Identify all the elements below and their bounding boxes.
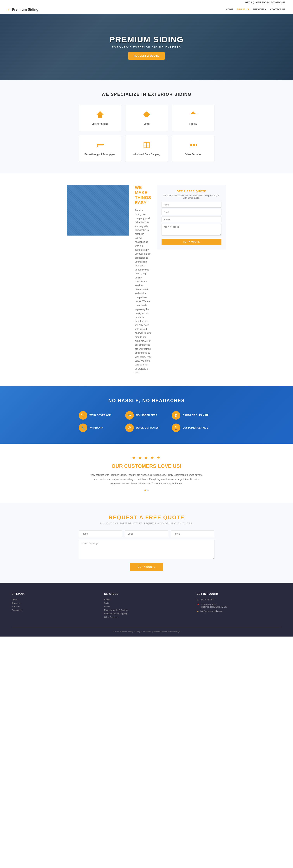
quote-section-subtitle: FILL OUT THE FORM BELOW TO REQUEST A NO … [8,522,285,525]
quote-main-message[interactable] [79,539,215,559]
fascia-icon [176,111,210,120]
service-card-fascia[interactable]: Fascia [172,105,215,131]
about-image-container [67,185,129,236]
svg-marker-8 [190,112,196,114]
footer-svc-siding[interactable]: Siding [104,598,189,601]
footer-svc-fascia[interactable]: Fascia [104,606,189,608]
benefits-section: NO HASSLE, NO HEADACHES 🛡 WSIB Coverage … [0,386,293,444]
quote-name-input[interactable] [161,202,221,208]
hero-section: PREMIUM SIDING TORONTO'S EXTERIOR SIDING… [0,14,293,80]
service-card-exterior-siding[interactable]: Exterior Siding [79,105,121,131]
footer-link-services[interactable]: Services [12,606,96,608]
quote-main-form: GET A QUOTE [79,530,215,571]
footer-phone[interactable]: 📞 647-676-1893 [197,598,281,601]
nav-contact[interactable]: CONTACT US [270,8,285,11]
benefit-wsib-label: WSIB Coverage [89,414,111,417]
footer-phone-number: 647-676-1893 [201,598,215,601]
nav-services[interactable]: SERVICES ▾ [253,8,266,11]
email-icon: ✉ [197,610,198,613]
benefit-estimates: ⏱ Quick Estimates [125,424,168,432]
specialize-title: WE SPECIALIZE IN EXTERIOR SIDING [8,92,285,97]
footer-address-text: 12 Harding BlvdRichmond Hill, ON L4C 6T3 [201,603,227,608]
service-label-other: Other Services [176,153,210,156]
quote-main-phone[interactable] [171,530,214,537]
quote-submit-button[interactable]: GET A QUOTE [161,239,221,245]
about-body: Premium Siding is a company you'll actua… [135,208,151,375]
service-label-fascia: Fascia [176,123,210,125]
hero-cta-button[interactable]: REQUEST A QUOTE [129,52,164,60]
logo-icon: ⌂ [8,7,10,12]
services-grid: Exterior Siding Soffit Fascia Eavesthrou… [79,105,215,162]
nav-home[interactable]: HOME [226,8,233,11]
benefit-wsib-icon: 🛡 [79,411,87,420]
top-bar: GET A QUOTE TODAY 647-676-1893 [0,0,293,5]
quote-message-input[interactable] [161,224,221,236]
quote-form-subtext: Fill out the form below and our friendly… [161,194,221,199]
nav-links: HOME ABOUT US SERVICES ▾ CONTACT US [226,8,285,11]
logo-text: Premium Siding [12,7,38,12]
service-label-exterior-siding: Exterior Siding [83,123,117,125]
benefit-customer-icon: 🏆 [172,424,180,432]
service-card-other[interactable]: Other Services [172,135,215,162]
about-wrapper: WE MAKE THINGS EASY Premium Siding is a … [59,174,234,386]
location-icon: 📍 [197,603,199,606]
benefit-customer-label: Customer Service [183,427,208,429]
quote-section-heading: REQUEST A FREE QUOTE [8,515,285,521]
quote-form-row [79,530,215,537]
quote-main-section: REQUEST A FREE QUOTE FILL OUT THE FORM B… [0,503,293,583]
hero-title: PREMIUM SIDING [109,35,184,44]
service-card-soffit[interactable]: Soffit [125,105,168,131]
service-label-eavestrough: Eavesthrough & Downpipes [83,153,117,156]
footer-contact: GET IN TOUCH! 📞 647-676-1893 📍 12 Hardin… [197,592,281,619]
svg-point-18 [196,144,197,146]
benefit-estimates-icon: ⏱ [125,424,134,432]
svg-rect-6 [144,115,149,116]
svg-point-17 [193,144,195,146]
quote-main-name[interactable] [79,530,122,537]
footer-link-home[interactable]: Home [12,598,96,601]
nav-about[interactable]: ABOUT US [237,8,249,11]
footer-svc-soffit[interactable]: Soffit [104,602,189,604]
benefit-no-hidden-label: No Hidden Fees [136,414,157,417]
quote-form-heading: GET A FREE QUOTE [161,190,221,193]
hero-subtitle: TORONTO'S EXTERIOR SIDING EXPERTS [109,46,184,49]
benefit-warranty: 🔧 Warranty [79,424,121,432]
quote-email-input[interactable] [161,209,221,215]
quote-main-submit[interactable]: GET A QUOTE [130,563,163,571]
footer-svc-window[interactable]: Window & Door Capping [104,613,189,615]
dot-1[interactable] [144,490,146,491]
footer-sitemap: SITEMAP Home About Us Services Contact U… [12,592,96,619]
benefit-garbage: 🗑 Garbage Clean Up [172,411,215,420]
footer-services-links: Siding Soffit Fascia Eavesthroughs & Gut… [104,598,189,618]
footer-sitemap-links: Home About Us Services Contact Us [12,598,96,611]
quote-phone-input[interactable] [161,217,221,222]
about-right: WE MAKE THINGS EASY Premium Siding is a … [135,185,151,375]
quote-label: GET A QUOTE TODAY [245,1,269,4]
footer-link-contact[interactable]: Contact Us [12,609,96,611]
footer-svc-eavestrough[interactable]: Eavesthroughs & Gutters [104,609,189,611]
footer: SITEMAP Home About Us Services Contact U… [0,583,293,637]
benefit-no-hidden: 💳 No Hidden Fees [125,411,168,420]
footer-email[interactable]: ✉ info@premiumsiding.ca [197,610,281,613]
about-image-bg [67,185,129,236]
svg-rect-7 [145,116,148,117]
footer-link-about[interactable]: About Us [12,602,96,604]
testimonial-dots [8,490,285,491]
svg-rect-12 [97,144,104,145]
exterior-siding-icon [83,111,117,120]
dot-2[interactable] [147,490,149,491]
footer-svc-other[interactable]: Other Services [104,616,189,618]
service-card-eavestrough[interactable]: Eavesthrough & Downpipes [79,135,121,162]
phone-number[interactable]: 647-676-1893 [271,1,285,4]
specialize-section: WE SPECIALIZE IN EXTERIOR SIDING Exterio… [0,80,293,174]
service-card-window-door[interactable]: Window & Door Capping [125,135,168,162]
dropdown-icon: ▾ [265,8,266,11]
svg-rect-5 [144,114,150,115]
svg-rect-3 [98,117,102,118]
hero-content: PREMIUM SIDING TORONTO'S EXTERIOR SIDING… [109,35,184,60]
about-content: WE MAKE THINGS EASY Premium Siding is a … [135,185,151,375]
benefit-no-hidden-icon: 💳 [125,411,134,420]
navbar: ⌂ Premium Siding HOME ABOUT US SERVICES … [0,5,293,14]
footer-email-text: info@premiumsiding.ca [200,610,222,612]
quote-main-email[interactable] [125,530,168,537]
